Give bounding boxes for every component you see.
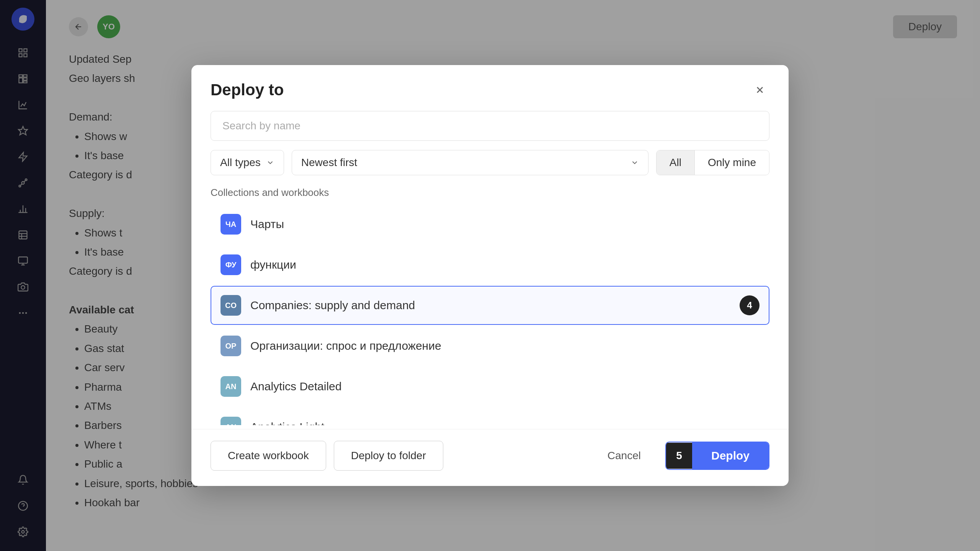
list-item[interactable]: AN Analytics Light <box>211 408 769 425</box>
list-item[interactable]: ОР Организации: спрос и предложение <box>211 326 769 365</box>
search-input[interactable] <box>211 111 769 141</box>
modal-header: Deploy to <box>191 65 789 111</box>
item-badge: 4 <box>740 295 760 315</box>
list-item-selected[interactable]: CO Companies: supply and demand 4 <box>211 286 769 325</box>
item-icon-functions: ФУ <box>220 254 241 275</box>
modal-footer: Create workbook Deploy to folder Cancel … <box>191 429 789 486</box>
item-icon-companies: CO <box>220 295 241 316</box>
section-label: Collections and workbooks <box>211 187 769 199</box>
sort-filter-dropdown[interactable]: Newest first <box>292 150 648 175</box>
cancel-button[interactable]: Cancel <box>591 441 658 470</box>
deploy-group: 5 Deploy <box>665 442 769 470</box>
modal-close-button[interactable] <box>750 80 769 99</box>
item-icon-orgs: ОР <box>220 336 241 356</box>
deploy-button[interactable]: Deploy <box>692 442 769 469</box>
deploy-step-badge: 5 <box>666 443 692 469</box>
toggle-mine-button[interactable]: Only mine <box>695 150 769 175</box>
deploy-to-modal: Deploy to All types Newest fi <box>191 65 789 486</box>
list-item[interactable]: ФУ функции <box>211 245 769 284</box>
ownership-toggle: All Only mine <box>656 150 769 175</box>
list-item[interactable]: AN Analytics Detailed <box>211 367 769 406</box>
list-item[interactable]: ЧА Чарты <box>211 205 769 244</box>
item-icon-charts: ЧА <box>220 214 241 235</box>
modal-title: Deploy to <box>211 81 284 99</box>
item-icon-analytics-detailed: AN <box>220 376 241 397</box>
toggle-all-button[interactable]: All <box>657 150 694 175</box>
deploy-to-folder-button[interactable]: Deploy to folder <box>334 441 443 471</box>
modal-body: All types Newest first All Only mine <box>191 111 789 425</box>
create-workbook-button[interactable]: Create workbook <box>211 441 326 471</box>
collections-list: ЧА Чарты ФУ функции CO Companies: supply… <box>207 205 773 425</box>
item-icon-analytics-light: AN <box>220 417 241 425</box>
type-filter-dropdown[interactable]: All types <box>211 150 284 175</box>
modal-overlay: Deploy to All types Newest fi <box>0 0 980 551</box>
filter-row: All types Newest first All Only mine <box>211 150 769 175</box>
